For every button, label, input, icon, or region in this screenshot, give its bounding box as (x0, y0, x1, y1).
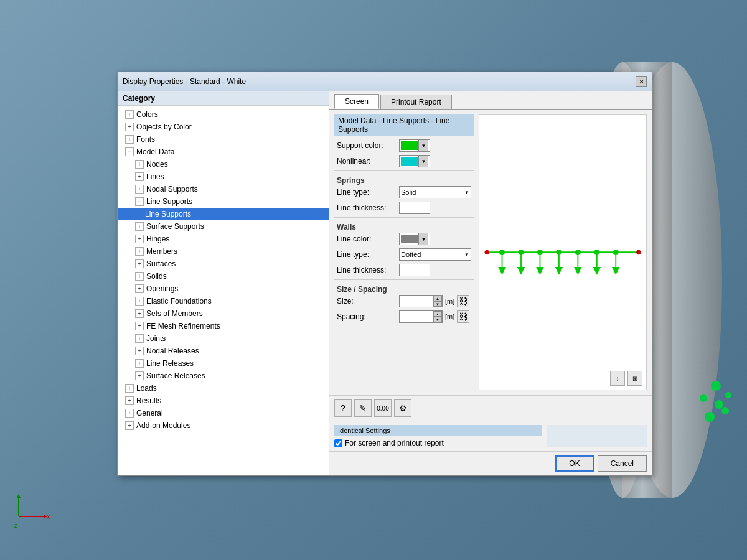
svg-marker-26 (518, 268, 524, 274)
expand-icon-addon[interactable]: + (125, 421, 134, 430)
expand-icon-lines[interactable]: + (135, 172, 144, 181)
tree-item-results[interactable]: + Results (118, 394, 329, 407)
spacing-spinner-up[interactable]: ▲ (433, 311, 442, 317)
expand-icon-results[interactable]: + (125, 396, 134, 405)
ok-button[interactable]: OK (555, 455, 593, 472)
tree-item-openings[interactable]: + Openings (118, 282, 329, 295)
spacing-spinner[interactable]: 1.000 ▲ ▼ (399, 310, 443, 323)
spacing-spinner-down[interactable]: ▼ (433, 317, 442, 322)
expand-icon-solids[interactable]: + (135, 272, 144, 281)
tab-screen[interactable]: Screen (334, 94, 379, 109)
tree-item-model-data[interactable]: − Model Data (118, 146, 329, 158)
expand-icon-members[interactable]: + (135, 247, 144, 256)
spacing-link-btn[interactable]: ⛓ (457, 310, 469, 323)
expand-icon-line-supports[interactable]: − (135, 197, 144, 206)
nonlinear-color-picker[interactable]: ▼ (399, 155, 430, 167)
support-color-picker[interactable]: ▼ (399, 139, 430, 152)
svg-point-4 (700, 394, 707, 402)
tree-item-surface-supports[interactable]: + Surface Supports (118, 220, 329, 233)
size-input[interactable]: 1.5625E- (400, 297, 433, 305)
expand-icon-general[interactable]: + (125, 409, 134, 418)
size-spinner[interactable]: 1.5625E- ▲ ▼ (399, 295, 443, 307)
expand-icon-fe-mesh[interactable]: + (135, 322, 144, 330)
springs-line-thickness-input[interactable]: 1 (400, 204, 479, 212)
expand-icon-surfaces[interactable]: + (135, 259, 144, 268)
tree-label-lines: Lines (146, 172, 164, 181)
tree-item-members[interactable]: + Members (118, 245, 329, 258)
expand-icon-loads[interactable]: + (125, 384, 134, 393)
for-screen-checkbox[interactable] (334, 439, 342, 447)
cancel-button[interactable]: Cancel (598, 455, 647, 472)
tab-printout[interactable]: Printout Report (380, 95, 452, 109)
support-color-dropdown[interactable]: ▼ (418, 140, 428, 151)
tree-item-line-supports[interactable]: − Line Supports (118, 195, 329, 208)
walls-line-thickness-spinner[interactable]: 1 ▲ ▼ (399, 264, 430, 276)
size-link-btn[interactable]: ⛓ (457, 295, 469, 307)
tree-item-nodal-releases[interactable]: + Nodal Releases (118, 345, 329, 357)
tree-item-nodal-supports[interactable]: + Nodal Supports (118, 183, 329, 195)
expand-icon-openings[interactable]: + (135, 284, 144, 293)
walls-line-type-arrow: ▼ (464, 252, 469, 258)
right-panel: Screen Printout Report Model Data - Line… (329, 91, 652, 475)
tree-item-surface-releases[interactable]: + Surface Releases (118, 370, 329, 382)
size-spinner-down[interactable]: ▼ (433, 301, 442, 307)
settings-button[interactable]: ⚙ (394, 399, 411, 417)
spacing-input[interactable]: 1.000 (400, 313, 433, 320)
identical-left: Identical Settings For screen and printo… (334, 425, 542, 447)
close-button[interactable]: ✕ (636, 76, 647, 87)
walls-line-type-select[interactable]: Dotted ▼ (399, 248, 471, 261)
tree-label-openings: Openings (146, 284, 178, 293)
svg-point-5 (715, 400, 723, 409)
walls-line-thickness-input[interactable]: 1 (400, 266, 479, 274)
expand-icon-sets-of-members[interactable]: + (135, 309, 144, 318)
expand-icon-model-data[interactable]: − (125, 147, 134, 156)
expand-icon-elastic-foundations[interactable]: + (135, 297, 144, 306)
spacing-unit: [m] (445, 313, 454, 320)
tree-item-colors[interactable]: + Colors (118, 108, 329, 121)
tree-item-loads[interactable]: + Loads (118, 382, 329, 394)
preview-fit-btn[interactable]: ↕ (610, 371, 625, 386)
edit-button[interactable]: ✎ (354, 399, 372, 417)
expand-icon-nodes[interactable]: + (135, 160, 144, 169)
tree-item-line-supports-child[interactable]: Line Supports (118, 208, 329, 220)
springs-line-type-select[interactable]: Solid ▼ (399, 186, 471, 198)
springs-line-thickness-label: Line thickness: (337, 203, 399, 212)
expand-icon-joints[interactable]: + (135, 334, 144, 343)
expand-icon-nodal-supports[interactable]: + (135, 185, 144, 194)
size-spacing-label: Size / Spacing (334, 282, 474, 295)
expand-icon-surface-supports[interactable]: + (135, 222, 144, 231)
svg-marker-38 (594, 268, 600, 274)
help-button[interactable]: ? (334, 399, 352, 417)
walls-color-dropdown[interactable]: ▼ (418, 233, 428, 245)
nonlinear-dropdown[interactable]: ▼ (418, 156, 428, 167)
tree-item-solids[interactable]: + Solids (118, 270, 329, 282)
tree-item-hinges[interactable]: + Hinges (118, 233, 329, 245)
expand-icon-objects[interactable]: + (125, 123, 134, 131)
tree-item-fonts[interactable]: + Fonts (118, 133, 329, 146)
walls-line-color-picker[interactable]: ▼ (399, 233, 430, 245)
size-spinner-up[interactable]: ▲ (433, 296, 442, 301)
springs-line-type-value: Solid (401, 189, 416, 196)
tree-item-nodes[interactable]: + Nodes (118, 158, 329, 170)
nonlinear-label: Nonlinear: (337, 157, 399, 166)
tree-item-elastic-foundations[interactable]: + Elastic Foundations (118, 295, 329, 307)
springs-line-thickness-spinner[interactable]: 1 ▲ ▼ (399, 202, 430, 214)
tree-item-line-releases[interactable]: + Line Releases (118, 357, 329, 370)
tree-item-fe-mesh-refinements[interactable]: + FE Mesh Refinements (118, 320, 329, 332)
tree-item-joints[interactable]: + Joints (118, 332, 329, 345)
tree-item-addon[interactable]: + Add-on Modules (118, 419, 329, 432)
expand-icon-hinges[interactable]: + (135, 235, 144, 243)
expand-icon-line-releases[interactable]: + (135, 359, 144, 368)
expand-icon-nodal-releases[interactable]: + (135, 347, 144, 355)
tree-item-sets-of-members[interactable]: + Sets of Members (118, 307, 329, 320)
tree-label-surface-releases: Surface Releases (146, 371, 205, 380)
tree-item-general[interactable]: + General (118, 407, 329, 419)
expand-icon-colors[interactable]: + (125, 110, 134, 119)
expand-icon-fonts[interactable]: + (125, 135, 134, 144)
tree-item-surfaces[interactable]: + Surfaces (118, 258, 329, 270)
tree-item-lines[interactable]: + Lines (118, 170, 329, 183)
preview-grid-btn[interactable]: ⊞ (627, 371, 642, 386)
expand-icon-surface-releases[interactable]: + (135, 371, 144, 380)
number-button[interactable]: 0.00 (374, 399, 392, 417)
tree-item-objects-by-color[interactable]: + Objects by Color (118, 121, 329, 133)
